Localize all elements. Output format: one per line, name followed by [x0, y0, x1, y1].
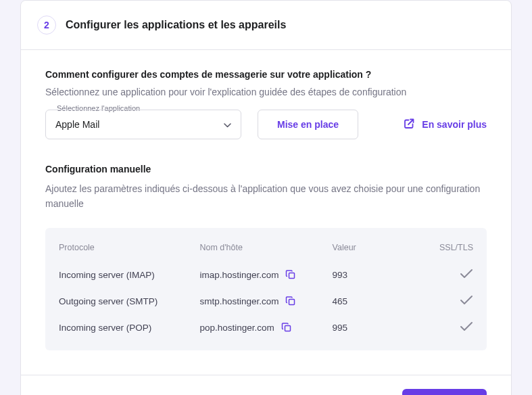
cell-value: 993 [333, 262, 416, 288]
card-title: Configurer les applications et les appar… [66, 19, 286, 31]
complete-button[interactable]: Compléter [402, 389, 487, 395]
config-card: 2 Configurer les applications et les app… [20, 0, 512, 395]
copy-icon[interactable] [285, 296, 296, 306]
config-table: Protocole Nom d'hôte Valeur SSL/TLS Inco… [45, 228, 487, 350]
header-ssl: SSL/TLS [415, 243, 473, 262]
setup-button[interactable]: Mise en place [258, 110, 358, 139]
table-row: Incoming server (IMAP)imap.hostinger.com… [59, 262, 473, 288]
cell-value: 465 [333, 288, 416, 315]
card-footer: Créer un autre compte Compléter [21, 375, 511, 395]
create-another-button[interactable]: Créer un autre compte [266, 390, 388, 395]
application-select-wrap: Sélectionnez l'application Apple Mail [45, 110, 241, 139]
header-protocol: Protocole [59, 243, 199, 262]
table-row: Outgoing server (SMTP)smtp.hostinger.com… [59, 288, 473, 315]
copy-icon[interactable] [281, 322, 292, 333]
check-icon [460, 295, 473, 306]
question-title: Comment configurer des comptes de messag… [45, 69, 487, 80]
learn-more-link[interactable]: En savoir plus [403, 118, 487, 132]
cell-value: 995 [333, 315, 416, 341]
check-icon [460, 269, 473, 279]
chevron-down-icon [224, 119, 231, 130]
check-icon [460, 321, 473, 332]
controls-row: Sélectionnez l'application Apple Mail Mi… [45, 110, 487, 139]
svg-rect-1 [289, 300, 295, 305]
header-value: Valeur [333, 243, 416, 262]
select-value: Apple Mail [55, 119, 99, 130]
svg-rect-0 [289, 273, 295, 279]
copy-icon[interactable] [285, 269, 296, 280]
manual-config-title: Configuration manuelle [45, 164, 487, 175]
external-link-icon [403, 118, 415, 132]
step-number-badge: 2 [37, 16, 56, 34]
application-select[interactable]: Apple Mail [45, 110, 241, 139]
table-row: Incoming server (POP)pop.hostinger.com99… [59, 315, 473, 341]
cell-protocol: Incoming server (IMAP) [59, 262, 199, 288]
cell-host: pop.hostinger.com [199, 323, 274, 333]
manual-config-desc: Ajoutez les paramètres indiqués ci-desso… [45, 181, 487, 212]
question-desc: Sélectionnez une application pour voir l… [45, 87, 487, 97]
svg-rect-2 [285, 326, 290, 331]
header-host: Nom d'hôte [199, 243, 332, 262]
card-body: Comment configurer des comptes de messag… [21, 50, 511, 375]
learn-more-label: En savoir plus [422, 119, 487, 130]
cell-protocol: Incoming server (POP) [59, 315, 199, 341]
cell-protocol: Outgoing server (SMTP) [59, 288, 199, 315]
cell-host: imap.hostinger.com [199, 270, 279, 280]
card-header: 2 Configurer les applications et les app… [21, 1, 511, 50]
cell-host: smtp.hostinger.com [199, 296, 279, 306]
